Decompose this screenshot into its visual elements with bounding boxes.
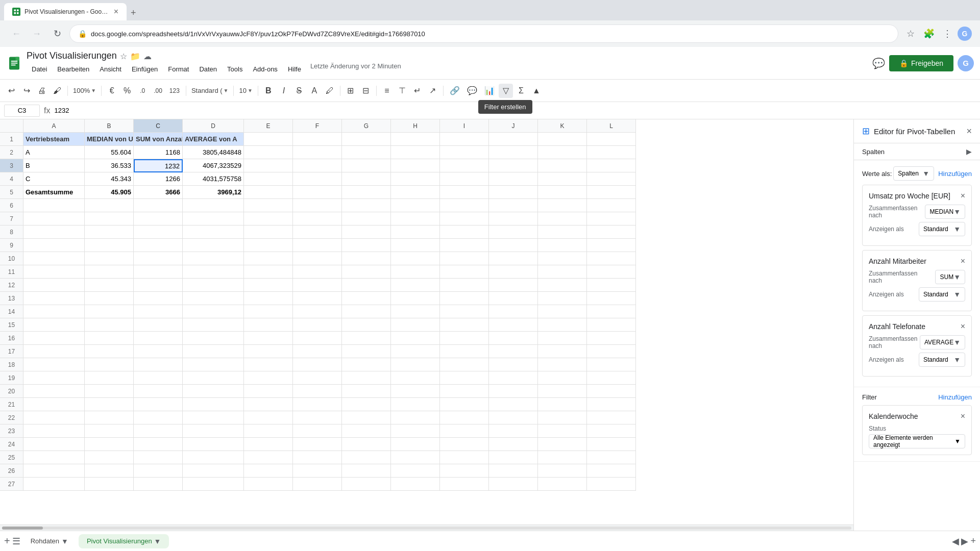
cell-b16[interactable] bbox=[85, 332, 134, 345]
cell-a7[interactable] bbox=[23, 212, 85, 226]
cell-b24[interactable] bbox=[85, 438, 134, 451]
cell-i11[interactable] bbox=[440, 265, 489, 279]
cell-i23[interactable] bbox=[440, 424, 489, 438]
cell-k8[interactable] bbox=[538, 226, 587, 239]
cell-i13[interactable] bbox=[440, 292, 489, 305]
cell-k25[interactable] bbox=[538, 451, 587, 464]
cell-c1[interactable]: SUM von Anzah bbox=[134, 133, 183, 146]
cell-f25[interactable] bbox=[293, 451, 342, 464]
add-sheet-button[interactable]: + bbox=[4, 535, 10, 547]
cell-b5[interactable]: 45.905 bbox=[85, 186, 134, 199]
cell-l15[interactable] bbox=[587, 318, 636, 332]
cell-f2[interactable] bbox=[293, 146, 342, 159]
cloud-icon[interactable]: ☁ bbox=[143, 52, 152, 61]
sheet-list-button[interactable]: ☰ bbox=[12, 536, 20, 547]
cell-f4[interactable] bbox=[293, 172, 342, 186]
cell-j11[interactable] bbox=[489, 265, 538, 279]
cell-k2[interactable] bbox=[538, 146, 587, 159]
cell-k21[interactable] bbox=[538, 398, 587, 411]
cell-c26[interactable] bbox=[134, 464, 183, 478]
cell-j13[interactable] bbox=[489, 292, 538, 305]
cell-h7[interactable] bbox=[391, 212, 440, 226]
cell-l11[interactable] bbox=[587, 265, 636, 279]
cell-c2[interactable]: 1168 bbox=[134, 146, 183, 159]
cell-i3[interactable] bbox=[440, 159, 489, 172]
cell-a15[interactable] bbox=[23, 318, 85, 332]
cell-b14[interactable] bbox=[85, 305, 134, 318]
cell-b13[interactable] bbox=[85, 292, 134, 305]
forward-button[interactable]: → bbox=[29, 26, 45, 42]
menu-datei[interactable]: Datei bbox=[27, 62, 52, 76]
menu-tools[interactable]: Tools bbox=[222, 62, 248, 76]
cell-c9[interactable] bbox=[134, 239, 183, 252]
url-bar[interactable]: 🔒 docs.google.com/spreadsheets/d/1nVxVrV… bbox=[69, 24, 898, 43]
cell-a25[interactable] bbox=[23, 451, 85, 464]
cell-f1[interactable] bbox=[293, 133, 342, 146]
cell-i9[interactable] bbox=[440, 239, 489, 252]
col-header-a[interactable]: A bbox=[23, 119, 85, 133]
cell-f3[interactable] bbox=[293, 159, 342, 172]
cell-l23[interactable] bbox=[587, 424, 636, 438]
cell-e23[interactable] bbox=[244, 424, 293, 438]
bold-button[interactable]: B bbox=[261, 84, 276, 98]
cell-l21[interactable] bbox=[587, 398, 636, 411]
cell-i26[interactable] bbox=[440, 464, 489, 478]
display-dropdown-mitarbeiter[interactable]: Standard ▼ bbox=[919, 287, 965, 302]
cell-a4[interactable]: C bbox=[23, 172, 85, 186]
cell-g7[interactable] bbox=[342, 212, 391, 226]
cell-i20[interactable] bbox=[440, 385, 489, 398]
cell-b20[interactable] bbox=[85, 385, 134, 398]
cell-g22[interactable] bbox=[342, 411, 391, 424]
cell-e9[interactable] bbox=[244, 239, 293, 252]
folder-icon[interactable]: 📁 bbox=[130, 52, 140, 61]
menu-hilfe[interactable]: Hilfe bbox=[283, 62, 306, 76]
function-button[interactable]: Σ bbox=[514, 84, 528, 98]
cell-d6[interactable] bbox=[183, 199, 244, 212]
font-dropdown[interactable]: Standard ( ▼ bbox=[189, 84, 231, 98]
cell-f21[interactable] bbox=[293, 398, 342, 411]
cell-e8[interactable] bbox=[244, 226, 293, 239]
cell-l8[interactable] bbox=[587, 226, 636, 239]
cell-g3[interactable] bbox=[342, 159, 391, 172]
cell-a18[interactable] bbox=[23, 358, 85, 371]
link-button[interactable]: 🔗 bbox=[447, 84, 463, 98]
cell-a16[interactable] bbox=[23, 332, 85, 345]
comment-button[interactable]: 💬 bbox=[872, 57, 885, 69]
cell-g10[interactable] bbox=[342, 252, 391, 265]
cell-h1[interactable] bbox=[391, 133, 440, 146]
zoom-dropdown[interactable]: 100% ▼ bbox=[71, 84, 98, 98]
cell-i14[interactable] bbox=[440, 305, 489, 318]
highlight-button[interactable]: 🖊 bbox=[323, 84, 337, 98]
cell-f20[interactable] bbox=[293, 385, 342, 398]
cell-c23[interactable] bbox=[134, 424, 183, 438]
cell-l17[interactable] bbox=[587, 345, 636, 358]
cell-d21[interactable] bbox=[183, 398, 244, 411]
cell-d14[interactable] bbox=[183, 305, 244, 318]
cell-b15[interactable] bbox=[85, 318, 134, 332]
cell-a21[interactable] bbox=[23, 398, 85, 411]
cell-f24[interactable] bbox=[293, 438, 342, 451]
cell-j19[interactable] bbox=[489, 371, 538, 385]
cell-k13[interactable] bbox=[538, 292, 587, 305]
cell-d1[interactable]: AVERAGE von A bbox=[183, 133, 244, 146]
cell-d16[interactable] bbox=[183, 332, 244, 345]
halign-button[interactable]: ≡ bbox=[380, 84, 394, 98]
value-card-mitarbeiter-close[interactable]: × bbox=[961, 257, 965, 266]
cell-g18[interactable] bbox=[342, 358, 391, 371]
col-header-k[interactable]: K bbox=[538, 119, 587, 133]
col-header-g[interactable]: G bbox=[342, 119, 391, 133]
cell-l3[interactable] bbox=[587, 159, 636, 172]
sheet-tab-rohdaten[interactable]: Rohdaten ▼ bbox=[22, 534, 77, 548]
cell-h11[interactable] bbox=[391, 265, 440, 279]
cell-g14[interactable] bbox=[342, 305, 391, 318]
cell-j5[interactable] bbox=[489, 186, 538, 199]
comment-add-button[interactable]: 💬 bbox=[464, 84, 480, 98]
cell-i15[interactable] bbox=[440, 318, 489, 332]
filter-card-close[interactable]: × bbox=[961, 412, 965, 421]
cell-b19[interactable] bbox=[85, 371, 134, 385]
cell-f13[interactable] bbox=[293, 292, 342, 305]
cell-g23[interactable] bbox=[342, 424, 391, 438]
browser-tab-active[interactable]: Pivot Visualisierungen - Google × bbox=[4, 3, 127, 20]
tab-close-icon[interactable]: × bbox=[114, 7, 118, 16]
italic-button[interactable]: I bbox=[277, 84, 291, 98]
